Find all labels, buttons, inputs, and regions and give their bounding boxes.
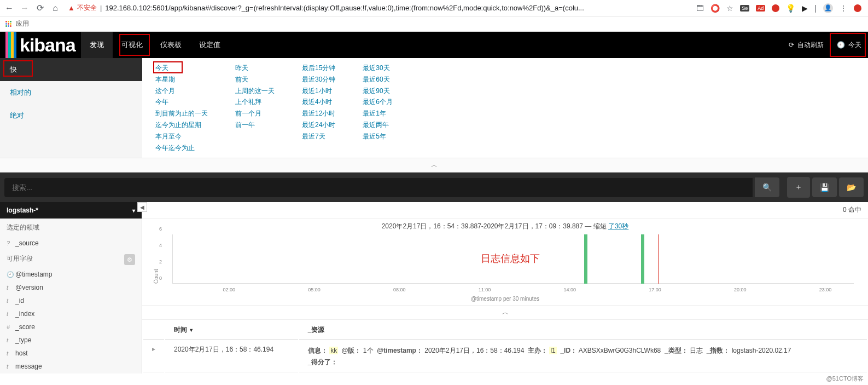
home-icon[interactable]: ⌂ [50, 3, 60, 13]
share-icon[interactable]: ⭕ [710, 4, 720, 13]
address-bar[interactable]: ▲不安全 | 192.168.0.102:5601/app/kibana#/di… [66, 3, 691, 13]
field-score[interactable]: #_score [0, 320, 142, 334]
field-timestamp[interactable]: 🕘@timestamp [0, 268, 142, 281]
time-link[interactable]: 今年 [155, 97, 208, 107]
kibana-header: kibana 发现 可视化 仪表板 设定值 ⟳自动刷新 🕘今天 [0, 32, 868, 58]
time-link[interactable]: 最后15分钟 [302, 64, 335, 73]
field-index[interactable]: t_index [0, 307, 142, 320]
time-tab-relative[interactable]: 相对的 [0, 81, 142, 104]
nav-settings[interactable]: 设定值 [190, 32, 229, 58]
bulb-icon[interactable]: 💡 [786, 4, 795, 13]
url-text: 192.168.0.102:5601/app/kibana#/discover?… [105, 4, 584, 12]
time-link[interactable]: 到目前为止的一天 [155, 109, 208, 118]
warning-icon: ▲ [68, 4, 75, 12]
time-link[interactable]: 最近1小时 [302, 87, 335, 96]
kibana-logo[interactable]: kibana [0, 32, 81, 58]
collapse-chart[interactable]: ︿ [142, 305, 868, 320]
col-source[interactable]: _资源 [299, 321, 867, 340]
time-col-0: 今天本星期这个月今年到目前为止的一天迄今为止的星期本月至今今年迄今为止 [155, 64, 208, 152]
nav-visualize[interactable]: 可视化 [113, 32, 152, 58]
menu-icon[interactable]: ⋮ [840, 4, 847, 13]
field-sidebar: logstash-*▾ ◀ 选定的领域 ?_source 可用字段⚙ 🕘@tim… [0, 202, 142, 373]
time-link[interactable]: 本月至今 [155, 132, 208, 141]
open-button[interactable]: 📂 [839, 177, 864, 197]
save-button[interactable]: 💾 [812, 177, 837, 197]
field-host[interactable]: thost [0, 347, 142, 360]
time-link[interactable]: 前一个月 [235, 109, 275, 118]
time-link[interactable]: 最近90天 [363, 87, 393, 96]
time-link[interactable]: 最近7天 [302, 132, 335, 141]
nav-discover[interactable]: 发现 [81, 32, 113, 58]
chart-area[interactable]: 日志信息如下 02:0005:0008:0011:0014:0017:0020:… [161, 234, 859, 295]
time-link[interactable]: 本星期 [155, 75, 208, 84]
ad-icon[interactable]: Ad [756, 5, 765, 12]
time-link[interactable]: 上周的这一天 [235, 87, 275, 96]
divider: | [100, 4, 102, 12]
insecure-badge: ▲不安全 [68, 3, 97, 13]
field-source[interactable]: ?_source [0, 237, 142, 250]
expand-row-button[interactable]: ▸ [143, 341, 164, 372]
time-link[interactable]: 最近两年 [363, 120, 393, 130]
time-link[interactable]: 这个月 [155, 87, 208, 96]
header-right: ⟳自动刷新 🕘今天 [782, 32, 868, 58]
time-link[interactable]: 最近30分钟 [302, 75, 335, 84]
time-link[interactable]: 迄今为止的星期 [155, 120, 208, 130]
sort-desc-icon: ▼ [189, 327, 194, 333]
index-pattern-selector[interactable]: logstash-*▾ [0, 202, 142, 219]
time-link[interactable]: 最近1年 [363, 109, 393, 118]
nav-dashboard[interactable]: 仪表板 [152, 32, 190, 58]
field-id[interactable]: t_id [0, 294, 142, 307]
time-link[interactable]: 最近12小时 [302, 109, 335, 118]
time-link[interactable]: 前一年 [235, 120, 275, 130]
collapse-time-panel[interactable]: ︿ [0, 158, 868, 173]
time-link[interactable]: 前天 [235, 75, 275, 84]
col-time[interactable]: 时间 ▼ [165, 321, 298, 340]
auto-refresh-button[interactable]: ⟳自动刷新 [782, 41, 830, 50]
selected-fields-label: 选定的领域 [0, 219, 142, 237]
ext-red-icon[interactable] [772, 4, 779, 12]
field-version[interactable]: t@version [0, 281, 142, 294]
hits-count: 0 命中 [142, 202, 868, 219]
time-picker-button[interactable]: 🕘今天 [830, 41, 868, 50]
chart-overlay-text: 日志信息如下 [481, 252, 540, 265]
apps-label[interactable]: 应用 [16, 19, 29, 28]
time-link[interactable]: 今年迄今为止 [155, 143, 208, 153]
time-tab-absolute[interactable]: 绝对 [0, 104, 142, 127]
time-range-label: 2020年2月17日，16：54：39.887-2020年2月17日，17：09… [142, 219, 868, 234]
time-link[interactable]: 今天 [155, 64, 208, 73]
search-button[interactable]: 🔍 [755, 177, 779, 197]
translate-icon[interactable]: 🗔 [696, 4, 704, 13]
time-tab-quick[interactable]: 快 [0, 58, 142, 81]
new-button[interactable]: ＋ [787, 177, 810, 198]
time-link[interactable]: 最近5年 [363, 132, 393, 141]
star-icon[interactable]: ☆ [726, 4, 733, 13]
results-panel: 0 命中 2020年2月17日，16：54：39.887-2020年2月17日，… [142, 202, 868, 373]
notification-icon[interactable] [854, 4, 861, 12]
time-col-1: 昨天前天上周的这一天上个礼拜前一个月前一年 [235, 64, 275, 152]
search-input[interactable] [4, 178, 753, 197]
table-row: ▸ 2020年2月17日，16：58：46.194 信息： kk @版： 1个 … [143, 341, 867, 372]
plus-icon: ＋ [795, 182, 802, 191]
youtube-icon[interactable]: ▶ [802, 4, 808, 13]
time-link[interactable]: 最近30天 [363, 64, 393, 73]
extension-icons: 🗔 ⭕ ☆ Se Ad 💡 ▶ | 👤 ⋮ [696, 3, 864, 13]
time-link[interactable]: 上个礼拜 [235, 97, 275, 107]
field-message[interactable]: tmessage [0, 360, 142, 373]
forward-icon[interactable]: → [20, 3, 30, 13]
save-icon: 💾 [820, 183, 829, 192]
profile-avatar[interactable]: 👤 [823, 3, 833, 13]
narrow-time-link[interactable]: 了30秒 [608, 222, 628, 230]
reload-icon[interactable]: ⟳ [35, 3, 45, 13]
apps-icon[interactable] [5, 21, 11, 27]
time-link[interactable]: 最近6个月 [363, 97, 393, 107]
time-link[interactable]: 昨天 [235, 64, 275, 73]
selenium-icon[interactable]: Se [740, 5, 749, 12]
fields-settings-button[interactable]: ⚙ [124, 254, 135, 265]
time-link[interactable]: 最近24小时 [302, 120, 335, 130]
time-link[interactable]: 最近60天 [363, 75, 393, 84]
bookmark-bar: 应用 [0, 16, 868, 32]
field-type[interactable]: t_type [0, 334, 142, 347]
time-link[interactable]: 最近4小时 [302, 97, 335, 107]
row-source: 信息： kk @版： 1个 @timestamp： 2020年2月17日，16：… [299, 341, 867, 372]
back-icon[interactable]: ← [4, 3, 14, 13]
